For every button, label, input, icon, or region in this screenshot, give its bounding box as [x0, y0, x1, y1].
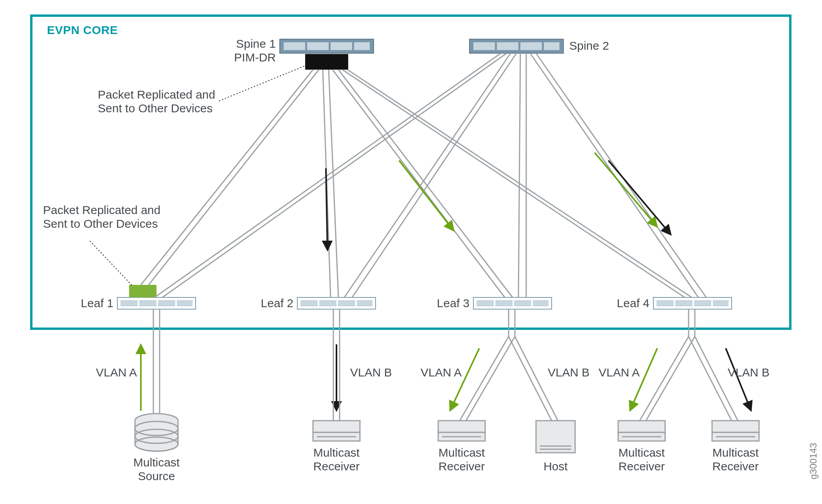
- image-id: g300143: [808, 443, 819, 479]
- spine2-switch-icon: [469, 39, 563, 53]
- receiver-leaf2-icon: [313, 421, 360, 441]
- spine2-label: Spine 2: [569, 39, 609, 53]
- svg-rect-28: [657, 300, 674, 306]
- svg-rect-2: [307, 42, 329, 50]
- svg-rect-30: [694, 300, 711, 306]
- svg-line-58: [726, 348, 751, 411]
- svg-line-67: [509, 337, 552, 421]
- svg-line-38: [342, 70, 685, 297]
- svg-rect-26: [533, 300, 549, 306]
- vlan-leaf3b: VLAN B: [548, 366, 590, 380]
- leaf3-label: Leaf 3: [423, 297, 469, 310]
- svg-rect-24: [495, 300, 513, 306]
- leaf4-label: Leaf 4: [603, 297, 649, 310]
- svg-line-51: [399, 160, 454, 231]
- replication-annot-2: Packet Replicated and Sent to Other Devi…: [43, 203, 160, 230]
- multicast-source-icon: [135, 414, 178, 451]
- svg-rect-10: [544, 42, 559, 50]
- svg-rect-4: [354, 42, 370, 50]
- spine1-label: Spine 1: [211, 37, 276, 51]
- svg-rect-82: [438, 421, 485, 432]
- source-label: Multicast Source: [117, 456, 196, 483]
- svg-line-36: [333, 70, 505, 297]
- svg-rect-1: [284, 42, 305, 50]
- svg-rect-91: [712, 421, 759, 432]
- svg-rect-25: [514, 300, 531, 306]
- vlan-leaf1: VLAN A: [96, 366, 137, 380]
- svg-rect-8: [497, 42, 518, 50]
- diagram-canvas: { "title": "EVPN CORE", "spines": [ { "l…: [0, 0, 822, 504]
- recv4b-label: Multicast Receiver: [696, 446, 775, 473]
- svg-line-44: [518, 53, 520, 297]
- vlan-leaf3a: VLAN A: [421, 366, 462, 380]
- spine1-sub: PIM-DR: [211, 51, 276, 65]
- svg-rect-12: [121, 300, 138, 306]
- svg-line-52: [595, 153, 657, 227]
- leaf1-switch-icon: [117, 285, 196, 309]
- evpn-core-box: [31, 16, 790, 329]
- receiver-leaf4a-icon: [618, 421, 665, 441]
- svg-line-37: [338, 70, 513, 297]
- leaf2-label: Leaf 2: [246, 297, 293, 310]
- svg-line-66: [466, 337, 515, 421]
- receiver-leaf4b-icon: [712, 421, 759, 441]
- svg-rect-3: [331, 42, 352, 50]
- svg-rect-18: [300, 300, 318, 306]
- svg-line-56: [608, 160, 671, 235]
- svg-rect-9: [520, 42, 542, 50]
- svg-rect-19: [319, 300, 336, 306]
- leaf1-label: Leaf 1: [67, 297, 113, 310]
- host-leaf3b-icon: [536, 421, 575, 453]
- replication-annot-1: Packet Replicated and Sent to Other Devi…: [98, 88, 215, 115]
- svg-line-49: [90, 241, 132, 286]
- spine1-switch-icon: [280, 39, 374, 70]
- svg-rect-29: [675, 300, 692, 306]
- evpn-core-title: EVPN CORE: [47, 23, 118, 37]
- svg-rect-31: [713, 300, 728, 306]
- svg-rect-13: [139, 300, 156, 306]
- svg-rect-23: [477, 300, 494, 306]
- recv2-label: Multicast Receiver: [297, 446, 376, 473]
- svg-line-53: [450, 348, 479, 411]
- recv4a-label: Multicast Receiver: [603, 446, 681, 473]
- leaf2-switch-icon: [297, 297, 376, 309]
- host-label: Host: [520, 460, 591, 473]
- svg-rect-20: [338, 300, 355, 306]
- leaf3-switch-icon: [473, 297, 552, 309]
- vlan-leaf2: VLAN B: [350, 366, 392, 380]
- svg-line-65: [460, 337, 509, 421]
- svg-line-72: [646, 337, 695, 421]
- svg-line-42: [344, 53, 511, 297]
- svg-rect-7: [473, 42, 495, 50]
- svg-rect-88: [618, 421, 665, 432]
- svg-rect-15: [177, 300, 192, 306]
- vlan-leaf4a: VLAN A: [599, 366, 640, 380]
- svg-rect-85: [536, 421, 575, 453]
- topology-svg: [0, 0, 822, 504]
- vlan-leaf4b: VLAN B: [728, 366, 770, 380]
- svg-rect-21: [357, 300, 372, 306]
- svg-line-71: [640, 337, 689, 421]
- svg-line-35: [329, 70, 338, 297]
- svg-rect-5: [305, 54, 348, 70]
- receiver-leaf3a-icon: [438, 421, 485, 441]
- svg-line-54: [630, 348, 657, 411]
- leaf4-switch-icon: [653, 297, 732, 309]
- svg-line-43: [352, 53, 516, 297]
- recv3-label: Multicast Receiver: [423, 446, 501, 473]
- svg-rect-79: [313, 421, 360, 432]
- svg-rect-16: [129, 285, 156, 297]
- svg-line-73: [689, 337, 732, 421]
- svg-rect-14: [158, 300, 175, 306]
